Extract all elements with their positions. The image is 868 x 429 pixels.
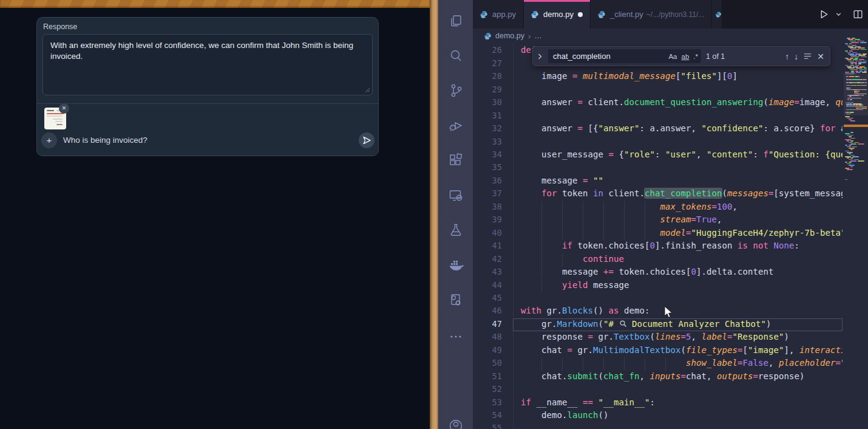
code-line-45[interactable]: 45 bbox=[473, 292, 843, 305]
code-line-28[interactable]: 28 image = multimodal_message["files"][0… bbox=[473, 70, 843, 83]
run-file-button[interactable] bbox=[819, 9, 829, 19]
tab-bar: app.py demo.py _client.py ~/.../python3.… bbox=[473, 0, 868, 29]
line-number: 46 bbox=[473, 306, 502, 315]
code-line-38[interactable]: 38 max_tokens=100, bbox=[473, 201, 843, 214]
line-number: 55 bbox=[473, 423, 502, 429]
code-line-32[interactable]: 32 answer = [{"answer": a.answer, "confi… bbox=[473, 123, 843, 136]
extensions-icon[interactable] bbox=[448, 152, 464, 168]
line-number: 44 bbox=[473, 280, 502, 290]
dirty-dot-icon[interactable] bbox=[578, 12, 583, 17]
more-views-icon[interactable] bbox=[448, 329, 464, 345]
code-line-30[interactable]: 30 answer = client.document_question_ans… bbox=[473, 97, 843, 109]
find-query[interactable]: chat_completion bbox=[553, 52, 664, 61]
resize-handle-icon[interactable] bbox=[365, 88, 370, 93]
line-number: 40 bbox=[473, 228, 502, 238]
line-number: 48 bbox=[473, 332, 502, 341]
tab-demo-py[interactable]: demo.py bbox=[524, 0, 591, 29]
toggle-replace-chevron-icon[interactable] bbox=[537, 52, 543, 61]
find-close-button[interactable]: ✕ bbox=[817, 52, 824, 61]
code-line-39[interactable]: 39 stream=True, bbox=[473, 214, 843, 227]
config-file-icon[interactable] bbox=[448, 292, 464, 308]
code-line-52[interactable]: 52 bbox=[473, 383, 843, 396]
line-number: 49 bbox=[473, 345, 502, 355]
activity-bar: 1 1 bbox=[438, 0, 473, 429]
regex-toggle[interactable]: .* bbox=[693, 53, 698, 60]
send-icon bbox=[359, 132, 375, 148]
code-line-42[interactable]: 42 continue bbox=[473, 253, 843, 266]
whole-word-toggle[interactable]: ab bbox=[682, 53, 690, 60]
line-number: 33 bbox=[473, 137, 502, 146]
account-icon[interactable] bbox=[448, 418, 464, 429]
code-line-50[interactable]: 50 show_label=False, placeholder="Upload… bbox=[473, 357, 843, 370]
code-line-54[interactable]: 54 demo.launch() bbox=[473, 410, 843, 422]
code-editor[interactable]: 26def chat_fn(multimodal_message):2728 i… bbox=[473, 43, 843, 429]
line-number: 37 bbox=[473, 188, 502, 198]
line-number: 30 bbox=[473, 97, 502, 107]
code-line-31[interactable]: 31 bbox=[473, 110, 843, 123]
chat-input[interactable]: Who is being invoiced? bbox=[63, 136, 147, 145]
tab-label: _client.py bbox=[610, 10, 643, 19]
code-line-55[interactable]: 55 bbox=[473, 422, 843, 429]
code-line-47[interactable]: 47 gr.Markdown("# Document Analyzer Chat… bbox=[473, 318, 843, 331]
code-line-37[interactable]: 37 for token in client.chat_completion(m… bbox=[473, 188, 843, 201]
gradio-page: Response With an extremely high level of… bbox=[0, 8, 430, 429]
tab-hidden-sliver[interactable] bbox=[712, 0, 722, 29]
testing-icon[interactable] bbox=[448, 222, 464, 238]
split-editor-button[interactable] bbox=[853, 9, 863, 19]
response-label: Response bbox=[43, 22, 77, 31]
line-number: 31 bbox=[473, 111, 502, 120]
code-line-34[interactable]: 34 user_message = {"role": "user", "cont… bbox=[473, 149, 843, 162]
code-line-48[interactable]: 48 response = gr.Textbox(lines=5, label=… bbox=[473, 331, 843, 344]
python-icon bbox=[480, 10, 488, 19]
code-line-35[interactable]: 35 bbox=[473, 162, 843, 174]
send-button[interactable] bbox=[359, 132, 375, 148]
line-number: 29 bbox=[473, 84, 502, 94]
breadcrumb[interactable]: demo.py › … bbox=[473, 29, 868, 43]
tab-app-py[interactable]: app.py bbox=[473, 0, 524, 29]
remote-explorer-icon[interactable] bbox=[448, 188, 464, 204]
code-line-49[interactable]: 49 chat = gr.MultimodalTextbox(file_type… bbox=[473, 345, 843, 357]
editor-actions bbox=[722, 0, 868, 29]
breadcrumb-file[interactable]: demo.py bbox=[495, 32, 524, 40]
find-input[interactable]: chat_completion Aa ab .* bbox=[548, 49, 701, 63]
explorer-icon[interactable] bbox=[448, 13, 464, 29]
mouse-cursor bbox=[663, 306, 673, 319]
vscode-editor-region: app.py demo.py _client.py ~/.../python3.… bbox=[473, 0, 868, 429]
python-icon bbox=[531, 10, 539, 19]
source-control-icon[interactable] bbox=[448, 83, 464, 98]
code-line-44[interactable]: 44 yield message bbox=[473, 280, 843, 292]
breadcrumb-separator: › bbox=[528, 32, 531, 41]
code-line-51[interactable]: 51 chat.submit(chat_fn, inputs=chat, out… bbox=[473, 371, 843, 383]
code-line-43[interactable]: 43 message += token.choices[0].delta.con… bbox=[473, 266, 843, 279]
upload-file-button[interactable]: + bbox=[41, 132, 57, 148]
find-in-selection-button[interactable] bbox=[803, 52, 812, 61]
python-icon bbox=[715, 10, 722, 19]
line-number: 47 bbox=[473, 319, 502, 329]
line-number: 45 bbox=[473, 293, 502, 303]
run-dropdown-chevron-icon[interactable] bbox=[835, 11, 842, 18]
breadcrumb-symbol[interactable]: … bbox=[534, 32, 542, 40]
code-line-41[interactable]: 41 if token.choices[0].finish_reason is … bbox=[473, 240, 843, 253]
code-line-36[interactable]: 36 message = "" bbox=[473, 175, 843, 188]
browser-top-strip bbox=[0, 0, 430, 8]
code-line-46[interactable]: 46with gr.Blocks() as demo: bbox=[473, 305, 843, 318]
code-line-33[interactable]: 33 bbox=[473, 136, 843, 149]
match-case-toggle[interactable]: Aa bbox=[668, 53, 677, 60]
search-icon[interactable] bbox=[448, 48, 464, 64]
python-icon bbox=[484, 32, 492, 40]
remove-file-button[interactable]: ✕ bbox=[59, 103, 69, 114]
tab-client-py[interactable]: _client.py ~/.../python3.11/... bbox=[591, 0, 712, 29]
minimap[interactable] bbox=[844, 36, 868, 429]
docker-icon[interactable] bbox=[448, 258, 464, 273]
tab-description: ~/.../python3.11/... bbox=[646, 10, 705, 19]
response-textarea[interactable]: With an extremely high level of confiden… bbox=[42, 34, 373, 95]
run-debug-icon[interactable] bbox=[448, 117, 464, 133]
line-number: 42 bbox=[473, 254, 502, 264]
code-line-29[interactable]: 29 bbox=[473, 84, 843, 97]
find-next-button[interactable]: ↓ bbox=[794, 52, 798, 61]
find-previous-button[interactable]: ↑ bbox=[785, 52, 789, 61]
code-line-53[interactable]: 53if __name__ == "__main__": bbox=[473, 397, 843, 410]
code-line-40[interactable]: 40 model="HuggingFaceH4/zephyr-7b-beta")… bbox=[473, 227, 843, 240]
line-number: 38 bbox=[473, 202, 502, 211]
line-number: 50 bbox=[473, 358, 502, 368]
